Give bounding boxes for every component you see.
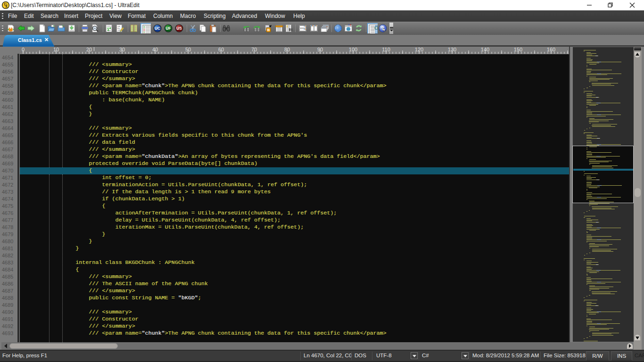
- svg-text:E: E: [5, 4, 8, 8]
- svg-text:UC: UC: [155, 26, 160, 31]
- svg-text:B: B: [267, 28, 270, 32]
- svg-text:10: 10: [117, 29, 120, 31]
- svg-text:UF: UF: [166, 26, 171, 31]
- svg-text:US: US: [176, 26, 182, 31]
